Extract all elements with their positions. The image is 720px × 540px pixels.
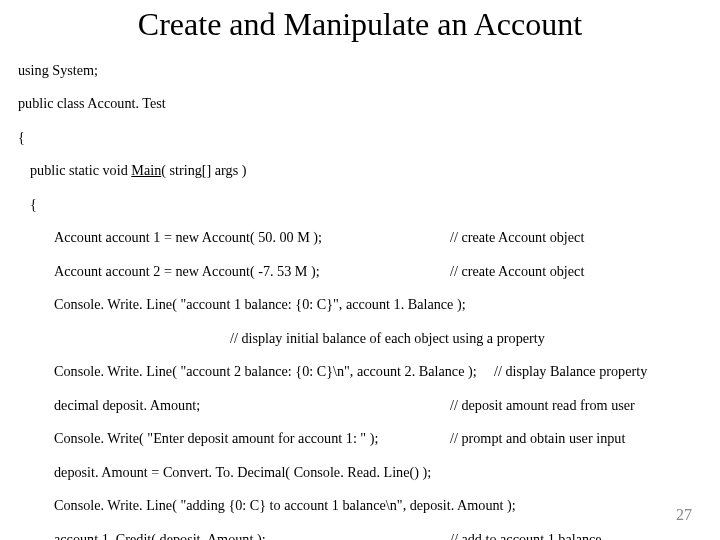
main-method: Main [131,162,161,178]
slide-title: Create and Manipulate an Account [18,6,702,43]
slide: Create and Manipulate an Account using S… [0,0,720,540]
code-line: Account account 1 = new Account( 50. 00 … [18,229,702,246]
code-line: account 1. Credit( deposit. Amount );// … [18,531,702,540]
code-line: Console. Write. Line( "account 1 balance… [18,296,702,313]
code-line: // display initial balance of each objec… [18,330,702,347]
code-line: decimal deposit. Amount;// deposit amoun… [18,397,702,414]
code-line: { [18,129,702,146]
code-comment: // prompt and obtain user input [450,430,625,446]
code-comment: // deposit amount read from user [450,397,635,413]
page-number: 27 [676,506,692,524]
code-line: { [18,196,702,213]
code-comment: // display Balance property [494,363,647,379]
code-line: Console. Write. Line( "adding {0: C} to … [18,497,702,514]
code-line: deposit. Amount = Convert. To. Decimal( … [18,464,702,481]
code-line: public class Account. Test [18,95,702,112]
code-block: using System; public class Account. Test… [18,45,702,540]
code-line: public static void Main( string[] args ) [18,162,702,179]
code-comment: // create Account object [450,229,584,245]
code-comment: // display initial balance of each objec… [230,330,545,347]
code-line: using System; [18,62,702,79]
code-comment: // add to account 1 balance [450,531,602,540]
code-line: Account account 2 = new Account( -7. 53 … [18,263,702,280]
code-comment: // create Account object [450,263,584,279]
code-line: Console. Write( "Enter deposit amount fo… [18,430,702,447]
code-line: Console. Write. Line( "account 2 balance… [18,363,702,380]
